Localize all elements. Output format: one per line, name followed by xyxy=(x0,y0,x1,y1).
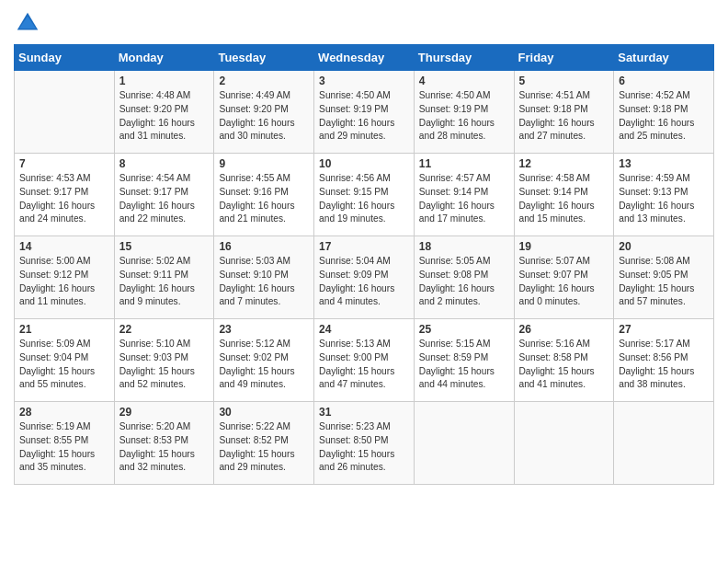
calendar-cell: 22Sunrise: 5:10 AM Sunset: 9:03 PM Dayli… xyxy=(114,319,214,402)
calendar-cell: 1Sunrise: 4:48 AM Sunset: 9:20 PM Daylig… xyxy=(114,71,214,154)
day-number: 28 xyxy=(19,406,109,419)
header-day-tuesday: Tuesday xyxy=(214,45,314,71)
day-number: 8 xyxy=(119,157,210,170)
day-number: 6 xyxy=(619,75,709,87)
day-number: 9 xyxy=(219,157,309,170)
day-number: 4 xyxy=(419,75,509,87)
calendar-cell: 6Sunrise: 4:52 AM Sunset: 9:18 PM Daylig… xyxy=(614,71,714,154)
calendar-cell: 15Sunrise: 5:02 AM Sunset: 9:11 PM Dayli… xyxy=(114,236,214,319)
logo-icon xyxy=(14,9,41,37)
calendar-cell: 9Sunrise: 4:55 AM Sunset: 9:16 PM Daylig… xyxy=(214,154,314,236)
day-info: Sunrise: 4:52 AM Sunset: 9:18 PM Dayligh… xyxy=(619,89,709,144)
day-info: Sunrise: 5:00 AM Sunset: 9:12 PM Dayligh… xyxy=(19,255,109,309)
day-info: Sunrise: 4:56 AM Sunset: 9:15 PM Dayligh… xyxy=(319,172,409,226)
calendar-week-2: 7Sunrise: 4:53 AM Sunset: 9:17 PM Daylig… xyxy=(15,154,714,236)
day-info: Sunrise: 5:04 AM Sunset: 9:09 PM Dayligh… xyxy=(319,255,409,309)
calendar-cell: 14Sunrise: 5:00 AM Sunset: 9:12 PM Dayli… xyxy=(15,236,115,319)
calendar-cell: 13Sunrise: 4:59 AM Sunset: 9:13 PM Dayli… xyxy=(614,154,714,236)
calendar-week-4: 21Sunrise: 5:09 AM Sunset: 9:04 PM Dayli… xyxy=(15,319,714,402)
calendar-cell xyxy=(414,402,514,485)
day-number: 13 xyxy=(619,157,709,170)
day-number: 20 xyxy=(619,240,709,253)
calendar-body: 1Sunrise: 4:48 AM Sunset: 9:20 PM Daylig… xyxy=(15,71,714,485)
calendar-cell: 28Sunrise: 5:19 AM Sunset: 8:55 PM Dayli… xyxy=(15,402,115,485)
day-number: 29 xyxy=(119,406,210,419)
calendar-header: SundayMondayTuesdayWednesdayThursdayFrid… xyxy=(15,45,714,71)
calendar-cell: 5Sunrise: 4:51 AM Sunset: 9:18 PM Daylig… xyxy=(514,71,614,154)
day-info: Sunrise: 5:05 AM Sunset: 9:08 PM Dayligh… xyxy=(419,255,509,309)
calendar-cell: 24Sunrise: 5:13 AM Sunset: 9:00 PM Dayli… xyxy=(314,319,415,402)
day-info: Sunrise: 4:51 AM Sunset: 9:18 PM Dayligh… xyxy=(519,89,609,144)
header-day-sunday: Sunday xyxy=(15,45,115,71)
calendar-cell: 18Sunrise: 5:05 AM Sunset: 9:08 PM Dayli… xyxy=(414,236,514,319)
day-info: Sunrise: 4:59 AM Sunset: 9:13 PM Dayligh… xyxy=(619,172,709,226)
day-info: Sunrise: 4:53 AM Sunset: 9:17 PM Dayligh… xyxy=(19,172,109,226)
calendar-cell: 16Sunrise: 5:03 AM Sunset: 9:10 PM Dayli… xyxy=(214,236,314,319)
header-row: SundayMondayTuesdayWednesdayThursdayFrid… xyxy=(15,45,714,71)
day-info: Sunrise: 5:07 AM Sunset: 9:07 PM Dayligh… xyxy=(519,255,609,309)
calendar-cell: 10Sunrise: 4:56 AM Sunset: 9:15 PM Dayli… xyxy=(314,154,415,236)
day-number: 23 xyxy=(219,323,309,336)
day-number: 11 xyxy=(419,157,509,170)
day-info: Sunrise: 5:10 AM Sunset: 9:03 PM Dayligh… xyxy=(119,338,210,392)
day-number: 27 xyxy=(619,323,709,336)
day-info: Sunrise: 5:23 AM Sunset: 8:50 PM Dayligh… xyxy=(319,420,409,475)
day-info: Sunrise: 5:17 AM Sunset: 8:56 PM Dayligh… xyxy=(619,338,709,392)
calendar-cell: 29Sunrise: 5:20 AM Sunset: 8:53 PM Dayli… xyxy=(114,402,214,485)
calendar-cell: 7Sunrise: 4:53 AM Sunset: 9:17 PM Daylig… xyxy=(15,154,115,236)
day-info: Sunrise: 4:48 AM Sunset: 9:20 PM Dayligh… xyxy=(119,89,210,144)
day-info: Sunrise: 4:57 AM Sunset: 9:14 PM Dayligh… xyxy=(419,172,509,226)
day-info: Sunrise: 5:20 AM Sunset: 8:53 PM Dayligh… xyxy=(119,420,210,475)
calendar-cell: 2Sunrise: 4:49 AM Sunset: 9:20 PM Daylig… xyxy=(214,71,314,154)
page-header xyxy=(14,9,714,37)
day-number: 2 xyxy=(219,75,309,87)
calendar-cell: 3Sunrise: 4:50 AM Sunset: 9:19 PM Daylig… xyxy=(314,71,415,154)
calendar-week-1: 1Sunrise: 4:48 AM Sunset: 9:20 PM Daylig… xyxy=(15,71,714,154)
day-info: Sunrise: 5:16 AM Sunset: 8:58 PM Dayligh… xyxy=(519,338,609,392)
calendar-cell xyxy=(15,71,115,154)
day-info: Sunrise: 4:55 AM Sunset: 9:16 PM Dayligh… xyxy=(219,172,309,226)
day-info: Sunrise: 5:22 AM Sunset: 8:52 PM Dayligh… xyxy=(219,420,309,475)
calendar-cell: 20Sunrise: 5:08 AM Sunset: 9:05 PM Dayli… xyxy=(614,236,714,319)
day-info: Sunrise: 5:12 AM Sunset: 9:02 PM Dayligh… xyxy=(219,338,309,392)
calendar-cell: 12Sunrise: 4:58 AM Sunset: 9:14 PM Dayli… xyxy=(514,154,614,236)
day-number: 15 xyxy=(119,240,210,253)
day-info: Sunrise: 4:50 AM Sunset: 9:19 PM Dayligh… xyxy=(419,89,509,144)
logo xyxy=(14,9,45,37)
day-info: Sunrise: 4:58 AM Sunset: 9:14 PM Dayligh… xyxy=(519,172,609,226)
day-number: 10 xyxy=(319,157,409,170)
header-day-saturday: Saturday xyxy=(614,45,714,71)
day-info: Sunrise: 5:08 AM Sunset: 9:05 PM Dayligh… xyxy=(619,255,709,309)
day-number: 26 xyxy=(519,323,609,336)
calendar-cell: 11Sunrise: 4:57 AM Sunset: 9:14 PM Dayli… xyxy=(414,154,514,236)
calendar-cell: 23Sunrise: 5:12 AM Sunset: 9:02 PM Dayli… xyxy=(214,319,314,402)
calendar-cell: 4Sunrise: 4:50 AM Sunset: 9:19 PM Daylig… xyxy=(414,71,514,154)
day-info: Sunrise: 4:54 AM Sunset: 9:17 PM Dayligh… xyxy=(119,172,210,226)
calendar-cell: 30Sunrise: 5:22 AM Sunset: 8:52 PM Dayli… xyxy=(214,402,314,485)
day-number: 30 xyxy=(219,406,309,419)
calendar-cell: 21Sunrise: 5:09 AM Sunset: 9:04 PM Dayli… xyxy=(15,319,115,402)
day-number: 16 xyxy=(219,240,309,253)
header-day-wednesday: Wednesday xyxy=(314,45,415,71)
calendar-cell: 25Sunrise: 5:15 AM Sunset: 8:59 PM Dayli… xyxy=(414,319,514,402)
day-number: 22 xyxy=(119,323,210,336)
day-info: Sunrise: 5:15 AM Sunset: 8:59 PM Dayligh… xyxy=(419,338,509,392)
day-number: 21 xyxy=(19,323,109,336)
calendar-cell: 26Sunrise: 5:16 AM Sunset: 8:58 PM Dayli… xyxy=(514,319,614,402)
day-number: 14 xyxy=(19,240,109,253)
calendar-cell xyxy=(514,402,614,485)
day-number: 17 xyxy=(319,240,409,253)
calendar-cell: 19Sunrise: 5:07 AM Sunset: 9:07 PM Dayli… xyxy=(514,236,614,319)
header-day-monday: Monday xyxy=(114,45,214,71)
day-info: Sunrise: 4:50 AM Sunset: 9:19 PM Dayligh… xyxy=(319,89,409,144)
day-info: Sunrise: 5:02 AM Sunset: 9:11 PM Dayligh… xyxy=(119,255,210,309)
day-number: 19 xyxy=(519,240,609,253)
calendar-cell: 31Sunrise: 5:23 AM Sunset: 8:50 PM Dayli… xyxy=(314,402,415,485)
calendar-cell: 8Sunrise: 4:54 AM Sunset: 9:17 PM Daylig… xyxy=(114,154,214,236)
calendar-cell: 27Sunrise: 5:17 AM Sunset: 8:56 PM Dayli… xyxy=(614,319,714,402)
day-number: 25 xyxy=(419,323,509,336)
day-number: 5 xyxy=(519,75,609,87)
day-number: 1 xyxy=(119,75,210,87)
calendar-table: SundayMondayTuesdayWednesdayThursdayFrid… xyxy=(14,44,714,485)
calendar-week-3: 14Sunrise: 5:00 AM Sunset: 9:12 PM Dayli… xyxy=(15,236,714,319)
